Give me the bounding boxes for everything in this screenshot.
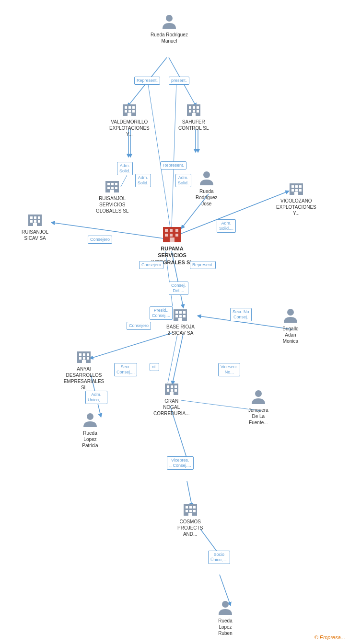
svg-rect-27 bbox=[128, 106, 131, 109]
svg-rect-52 bbox=[295, 185, 298, 188]
node-rueda-rodriguez-jose: RuedaRodriguezJose bbox=[196, 170, 218, 207]
svg-rect-28 bbox=[132, 106, 135, 109]
svg-point-99 bbox=[255, 390, 262, 397]
badge-represent2[interactable]: present. bbox=[169, 77, 189, 85]
badge-represent4[interactable]: Represent. bbox=[190, 261, 216, 269]
svg-rect-85 bbox=[83, 353, 85, 356]
svg-line-22 bbox=[200, 529, 218, 553]
svg-rect-105 bbox=[186, 510, 188, 512]
svg-rect-26 bbox=[125, 106, 127, 109]
svg-rect-97 bbox=[174, 389, 177, 392]
svg-rect-31 bbox=[132, 110, 135, 113]
svg-point-100 bbox=[87, 413, 93, 420]
badge-consej-del[interactable]: Consej.Del.... bbox=[169, 282, 188, 295]
node-bugallo: BugalloAdanMonica bbox=[282, 307, 299, 344]
node-label: RuedaRodriguezJose bbox=[196, 188, 218, 207]
node-label: RuedaLopezPatricia bbox=[82, 430, 98, 449]
node-rueda-lopez-ruben: RuedaLopezRuben bbox=[217, 599, 234, 636]
badge-consejero1[interactable]: Consejero bbox=[88, 236, 112, 244]
person-icon bbox=[250, 389, 267, 406]
badge-vicesecr-no[interactable]: Vicesecr.No... bbox=[218, 363, 240, 376]
badge-represent1[interactable]: Represent. bbox=[134, 77, 160, 85]
svg-rect-68 bbox=[170, 229, 173, 232]
svg-rect-75 bbox=[175, 311, 178, 314]
node-label: SAHUFERCONTROL SL bbox=[178, 119, 209, 131]
svg-line-3 bbox=[172, 81, 176, 227]
svg-line-16 bbox=[168, 334, 177, 383]
svg-rect-44 bbox=[115, 183, 117, 185]
node-rupama: RUPAMASERVICIOSINTEGRALES SL bbox=[151, 224, 193, 266]
node-label: GRANNOGALCORREDURIA... bbox=[153, 398, 190, 417]
badge-nt[interactable]: nt. bbox=[150, 363, 159, 371]
node-label: RUISANJOLSERVICIOSGLOBALES SL bbox=[96, 195, 128, 214]
svg-rect-104 bbox=[193, 506, 196, 508]
badge-secr-consej[interactable]: Secr.Consej.... bbox=[114, 363, 137, 376]
badge-presid-consej[interactable]: Presid..Consej.... bbox=[150, 306, 173, 320]
building-icon bbox=[26, 211, 44, 228]
person-icon bbox=[161, 13, 178, 31]
building-icon bbox=[288, 180, 305, 197]
svg-rect-48 bbox=[110, 190, 114, 192]
badge-adm-solid3[interactable]: Adm.Solid. bbox=[175, 174, 191, 187]
node-junquera: JunqueraDe LaFuente... bbox=[248, 389, 268, 426]
svg-rect-62 bbox=[30, 220, 33, 223]
svg-rect-98 bbox=[170, 392, 174, 395]
svg-rect-92 bbox=[167, 385, 169, 388]
badge-consejero2[interactable]: Consejero bbox=[139, 261, 163, 269]
svg-rect-77 bbox=[183, 311, 186, 314]
node-label: Rueda Rodriguez Manuel bbox=[148, 32, 191, 44]
building-icon bbox=[172, 305, 189, 323]
svg-rect-95 bbox=[167, 389, 169, 392]
svg-rect-79 bbox=[179, 315, 182, 317]
svg-point-109 bbox=[222, 601, 229, 608]
badge-adm-solid2[interactable]: Adm.Solid. bbox=[135, 174, 151, 187]
diagram-container: Rueda Rodriguez Manuel VALDEMORILLOEXPLO… bbox=[0, 0, 349, 644]
node-anyai: ANYAIDESARROLLOSEMPRESARIALES SL bbox=[62, 348, 105, 391]
svg-line-2 bbox=[148, 81, 170, 227]
building-icon bbox=[121, 101, 138, 118]
svg-rect-63 bbox=[34, 220, 36, 223]
svg-rect-84 bbox=[79, 353, 81, 356]
badge-adm-solid1[interactable]: Adm.Solid. bbox=[117, 162, 133, 175]
svg-rect-60 bbox=[34, 216, 36, 219]
svg-rect-29 bbox=[125, 110, 127, 113]
svg-rect-89 bbox=[87, 357, 89, 360]
badge-socio-unico[interactable]: SocioÚnico,.... bbox=[208, 551, 230, 564]
badge-vicepres-consej[interactable]: Vicepres.., Consej.... bbox=[167, 456, 194, 470]
badge-adm-unico[interactable]: Adm.Unico,.... bbox=[85, 391, 107, 404]
svg-rect-106 bbox=[189, 510, 192, 512]
svg-rect-102 bbox=[186, 506, 188, 508]
node-rueda-lopez-patricia: RuedaLopezPatricia bbox=[81, 412, 99, 449]
node-label: RuedaLopezRuben bbox=[218, 618, 232, 636]
svg-rect-46 bbox=[111, 187, 114, 189]
svg-rect-43 bbox=[111, 183, 114, 185]
svg-rect-87 bbox=[79, 357, 81, 360]
svg-rect-51 bbox=[291, 185, 294, 188]
svg-rect-53 bbox=[299, 185, 302, 188]
svg-rect-45 bbox=[107, 187, 110, 189]
svg-rect-94 bbox=[174, 385, 177, 388]
node-rueda-rodriguez-manuel: Rueda Rodriguez Manuel bbox=[148, 13, 191, 44]
node-sahufer: SAHUFERCONTROL SL bbox=[178, 101, 209, 131]
node-label: COSMOSPROJECTSAND... bbox=[177, 519, 203, 537]
svg-rect-47 bbox=[115, 187, 117, 189]
badge-represent3[interactable]: Represent. bbox=[161, 161, 186, 169]
badge-secr-no-consej[interactable]: Secr. NoConsej. bbox=[230, 308, 252, 321]
svg-rect-72 bbox=[175, 234, 178, 237]
building-icon bbox=[75, 348, 93, 365]
badge-consejero3[interactable]: Consejero bbox=[127, 322, 151, 330]
svg-rect-90 bbox=[82, 360, 86, 363]
svg-rect-88 bbox=[83, 357, 85, 360]
node-vicolozano: VICOLOZANOEXPLOTACIONESY... bbox=[276, 180, 316, 216]
svg-point-82 bbox=[287, 309, 294, 316]
svg-rect-64 bbox=[38, 220, 40, 223]
person-icon bbox=[81, 412, 99, 429]
node-label: JunqueraDe LaFuente... bbox=[248, 407, 268, 426]
svg-point-49 bbox=[203, 171, 210, 178]
building-main-icon bbox=[162, 224, 182, 244]
node-label: ANYAIDESARROLLOSEMPRESARIALES SL bbox=[62, 366, 105, 391]
svg-rect-71 bbox=[170, 234, 173, 237]
building-icon bbox=[163, 380, 180, 397]
building-icon bbox=[185, 101, 202, 118]
badge-adm-solid4[interactable]: Adm.Solid.... bbox=[217, 219, 236, 233]
